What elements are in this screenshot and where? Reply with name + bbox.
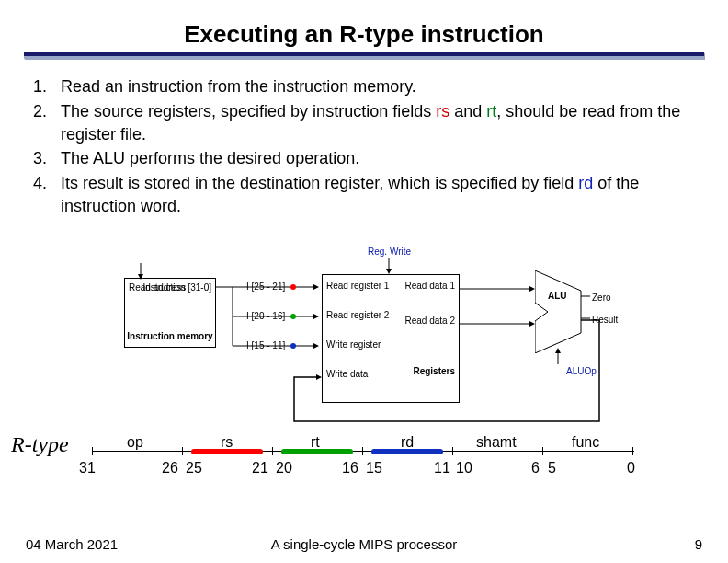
sep-6-5 xyxy=(542,447,543,455)
bit-16: 16 xyxy=(342,460,358,477)
read-reg1-label: Read register 1 xyxy=(326,281,389,291)
step-4-a: Its result is stored in the destination … xyxy=(61,174,578,192)
alu-label: ALU xyxy=(548,291,567,301)
footer-date: 04 March 2021 xyxy=(26,536,118,552)
footer-page: 9 xyxy=(695,536,702,552)
bit-26: 26 xyxy=(162,460,178,477)
sep-21-20 xyxy=(272,447,273,455)
bit-25: 25 xyxy=(186,460,202,477)
sep-16-15 xyxy=(362,447,363,455)
writeback-wire xyxy=(276,315,607,434)
sep-31 xyxy=(92,447,93,455)
regwrite-arrow-icon xyxy=(384,258,393,276)
step-1: Read an instruction from the instruction… xyxy=(33,75,700,98)
bit-20: 20 xyxy=(276,460,292,477)
bit-21: 21 xyxy=(252,460,268,477)
page-title: Executing an R-type instruction xyxy=(184,20,544,49)
title-rule xyxy=(24,52,704,59)
bit-5: 5 xyxy=(548,460,556,477)
rt-keyword: rt xyxy=(486,102,496,121)
instruction-bits-label: Instruction [31-0] xyxy=(143,282,211,293)
rs-dot xyxy=(290,284,296,290)
svg-marker-3 xyxy=(138,274,143,280)
bit-31: 31 xyxy=(79,460,96,477)
step-2: The source registers, specified by instr… xyxy=(33,100,700,146)
regwrite-label: Reg. Write xyxy=(368,247,411,257)
read-data1-label: Read data 1 xyxy=(405,281,456,291)
step-3-text: The ALU performs the desired operation. xyxy=(61,149,359,167)
sep-0 xyxy=(632,447,633,455)
rs-underline xyxy=(191,449,263,454)
imem-input-arrow-icon xyxy=(136,263,145,282)
bit-0: 0 xyxy=(627,460,635,477)
step-2-b: and xyxy=(449,102,486,121)
bit-11: 11 xyxy=(434,460,450,477)
step-3: The ALU performs the desired operation. xyxy=(33,147,700,170)
bit-6: 6 xyxy=(531,460,540,477)
step-1-text: Read an instruction from the instruction… xyxy=(61,77,416,96)
step-2-a: The source registers, specified by instr… xyxy=(61,102,436,121)
step-4: Its result is stored in the destination … xyxy=(33,172,700,218)
field-func: func xyxy=(572,434,599,451)
field-baseline xyxy=(92,451,634,452)
svg-marker-7 xyxy=(313,284,319,290)
datapath-diagram: Reg. Write Read address Instruction [31-… xyxy=(0,237,728,440)
bit-10: 10 xyxy=(456,460,472,477)
svg-marker-21 xyxy=(316,374,322,380)
bit-15: 15 xyxy=(366,460,382,477)
rt-underline xyxy=(281,449,353,454)
rtype-handwritten: R-type xyxy=(11,432,69,457)
instruction-memory-label: Instruction memory xyxy=(125,331,215,341)
footer: 04 March 2021 A single-cycle MIPS proces… xyxy=(26,536,702,552)
sep-11-10 xyxy=(452,447,453,455)
field-shamt: shamt xyxy=(476,434,517,451)
instruction-memory-box: Read address Instruction [31-0] Instruct… xyxy=(124,278,216,348)
rd-underline xyxy=(371,449,443,454)
footer-caption: A single-cycle MIPS processor xyxy=(271,536,458,552)
steps-list: Read an instruction from the instruction… xyxy=(0,59,728,218)
field-op: op xyxy=(127,434,143,451)
title-area: Executing an R-type instruction xyxy=(0,0,728,49)
rd-keyword: rd xyxy=(578,174,593,192)
sep-26-25 xyxy=(182,447,183,455)
rs-keyword: rs xyxy=(436,102,449,121)
